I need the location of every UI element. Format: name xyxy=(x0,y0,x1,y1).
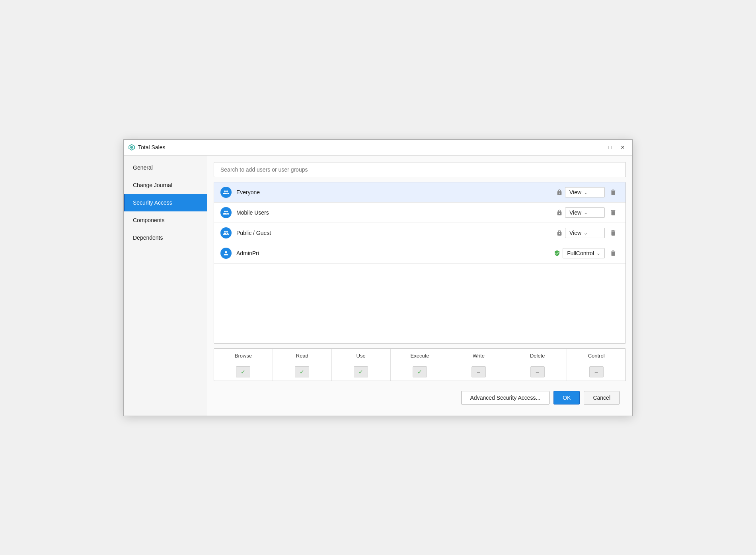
perm-header-control: Control xyxy=(567,349,625,363)
sidebar-item-change-journal[interactable]: Change Journal xyxy=(124,176,207,194)
permission-dropdown[interactable]: FullControl ⌄ xyxy=(563,248,605,258)
perm-header-read: Read xyxy=(273,349,332,363)
delete-button[interactable] xyxy=(607,227,619,239)
app-icon xyxy=(129,144,135,150)
sidebar-item-general[interactable]: General xyxy=(124,159,207,176)
main-window: Total Sales – □ ✕ General Change Journal… xyxy=(123,139,633,416)
user-name: Public / Guest xyxy=(236,230,555,236)
lock-icon xyxy=(556,189,563,195)
sidebar-item-security-access[interactable]: Security Access xyxy=(124,194,207,211)
shield-check-icon xyxy=(554,250,560,256)
permissions-header: Browse Read Use Execute Write Delete Con… xyxy=(214,349,625,363)
perm-badge: ✓ xyxy=(354,366,368,377)
sidebar-item-dependents[interactable]: Dependents xyxy=(124,229,207,246)
lock-icon xyxy=(556,230,563,236)
perm-badge: – xyxy=(472,366,486,377)
users-table: Everyone View ⌄ xyxy=(214,182,626,344)
permission-area: View ⌄ xyxy=(555,227,619,239)
permission-dropdown[interactable]: View ⌄ xyxy=(565,228,605,238)
delete-button[interactable] xyxy=(607,247,619,259)
user-name: Mobile Users xyxy=(236,209,555,216)
main-content: Everyone View ⌄ xyxy=(207,156,632,416)
permissions-table: Browse Read Use Execute Write Delete Con… xyxy=(214,348,626,381)
sidebar-item-components[interactable]: Components xyxy=(124,211,207,229)
empty-content-area xyxy=(214,264,625,343)
permission-value: View xyxy=(569,230,581,236)
minimize-button[interactable]: – xyxy=(592,143,602,152)
permissions-row: ✓ ✓ ✓ ✓ – – xyxy=(214,363,625,381)
window-title: Total Sales xyxy=(138,144,592,150)
chevron-down-icon: ⌄ xyxy=(596,250,600,256)
close-button[interactable]: ✕ xyxy=(618,143,627,152)
perm-cell-control: – xyxy=(567,363,625,381)
perm-badge: – xyxy=(530,366,545,377)
table-row: Mobile Users View ⌄ xyxy=(214,203,625,223)
user-group-icon xyxy=(220,227,232,238)
perm-header-write: Write xyxy=(449,349,508,363)
delete-button[interactable] xyxy=(607,207,619,219)
table-row: Everyone View ⌄ xyxy=(214,182,625,203)
perm-badge: ✓ xyxy=(413,366,427,377)
permission-area: FullControl ⌄ xyxy=(554,247,619,259)
perm-cell-browse: ✓ xyxy=(214,363,273,381)
user-icon xyxy=(220,248,232,259)
perm-header-browse: Browse xyxy=(214,349,273,363)
search-input[interactable] xyxy=(214,162,625,177)
chevron-down-icon: ⌄ xyxy=(584,210,588,215)
perm-cell-execute: ✓ xyxy=(391,363,450,381)
permission-value: View xyxy=(569,209,581,216)
cancel-button[interactable]: Cancel xyxy=(584,391,620,405)
user-name: AdminPri xyxy=(236,250,554,256)
title-bar: Total Sales – □ ✕ xyxy=(124,140,632,156)
perm-badge: – xyxy=(589,366,604,377)
perm-cell-delete: – xyxy=(508,363,567,381)
perm-badge: ✓ xyxy=(236,366,250,377)
perm-header-delete: Delete xyxy=(508,349,567,363)
permission-value: View xyxy=(569,189,581,195)
perm-header-use: Use xyxy=(332,349,391,363)
perm-cell-write: – xyxy=(449,363,508,381)
perm-cell-read: ✓ xyxy=(273,363,332,381)
svg-marker-1 xyxy=(130,146,133,149)
footer-area: Advanced Security Access... OK Cancel xyxy=(214,386,626,409)
permission-dropdown[interactable]: View ⌄ xyxy=(565,187,605,197)
table-row: Public / Guest View ⌄ xyxy=(214,223,625,243)
permission-area: View ⌄ xyxy=(555,207,619,219)
perm-badge: ✓ xyxy=(295,366,309,377)
permission-value: FullControl xyxy=(567,250,594,256)
search-bar-wrap xyxy=(214,162,626,177)
delete-button[interactable] xyxy=(607,186,619,198)
lock-icon xyxy=(556,209,563,216)
advanced-security-button[interactable]: Advanced Security Access... xyxy=(461,391,550,405)
user-group-icon xyxy=(220,207,232,218)
sidebar: General Change Journal Security Access C… xyxy=(124,156,207,416)
chevron-down-icon: ⌄ xyxy=(584,230,588,236)
permission-area: View ⌄ xyxy=(555,186,619,198)
user-name: Everyone xyxy=(236,189,555,195)
user-group-icon xyxy=(220,187,232,198)
perm-cell-use: ✓ xyxy=(332,363,391,381)
maximize-button[interactable]: □ xyxy=(605,143,615,152)
ok-button[interactable]: OK xyxy=(553,391,580,405)
window-controls: – □ ✕ xyxy=(592,143,627,152)
chevron-down-icon: ⌄ xyxy=(584,190,588,195)
perm-header-execute: Execute xyxy=(391,349,450,363)
permission-dropdown[interactable]: View ⌄ xyxy=(565,207,605,218)
window-body: General Change Journal Security Access C… xyxy=(124,156,632,416)
table-row: AdminPri FullControl ⌄ xyxy=(214,243,625,264)
